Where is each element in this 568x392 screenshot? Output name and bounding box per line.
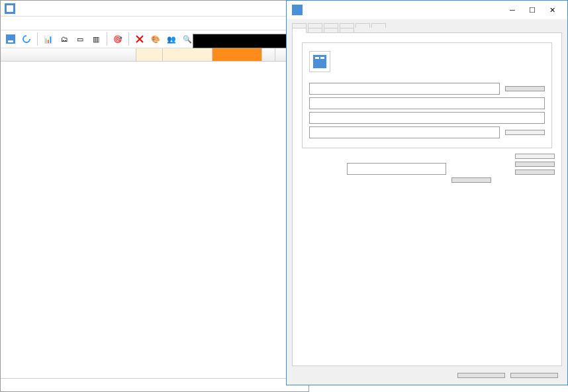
refresh-icon[interactable] xyxy=(19,32,34,46)
svg-rect-6 xyxy=(320,57,324,59)
menu-file[interactable] xyxy=(3,22,14,24)
tab-image[interactable] xyxy=(292,28,307,33)
menu-find[interactable] xyxy=(46,22,56,24)
tree-icon[interactable]: 🗂 xyxy=(57,32,71,46)
col-pid-extra[interactable] xyxy=(262,48,275,61)
submit-button[interactable] xyxy=(451,177,491,183)
menu-view[interactable] xyxy=(24,22,35,24)
minimize-icon[interactable]: ─ xyxy=(502,2,522,18)
kill-process-button[interactable] xyxy=(515,170,555,175)
svg-rect-3 xyxy=(8,40,13,42)
statusbar xyxy=(1,378,308,391)
autostart-field[interactable] xyxy=(309,126,500,138)
main-titlebar xyxy=(1,1,308,17)
dlls-icon[interactable]: ▥ xyxy=(89,32,103,46)
process-explorer-window: 📊 🗂 ▭ ▥ 🎯 🎨 👥 🔍 xyxy=(0,0,309,392)
close-icon[interactable]: ✕ xyxy=(542,2,562,18)
col-process[interactable] xyxy=(1,48,136,61)
dialog-icon xyxy=(292,5,303,15)
commandline-field[interactable] xyxy=(309,97,545,109)
tab-environment[interactable] xyxy=(355,23,370,28)
col-cpu[interactable] xyxy=(136,48,163,61)
executable-icon xyxy=(309,51,330,72)
explore-autostart-button xyxy=(505,130,545,135)
cancel-button[interactable] xyxy=(510,373,558,378)
bring-to-front-button[interactable] xyxy=(515,162,555,167)
menubar xyxy=(1,17,308,30)
tab-performance[interactable] xyxy=(308,28,322,32)
tab-threads[interactable] xyxy=(308,23,322,28)
highlight-icon[interactable]: 🎨 xyxy=(148,32,163,46)
tab-tcpip[interactable] xyxy=(324,23,338,28)
tab-image-content xyxy=(292,32,562,366)
lower-pane-icon[interactable]: ▭ xyxy=(73,32,87,46)
path-field[interactable] xyxy=(309,83,500,95)
menu-process[interactable] xyxy=(35,22,46,24)
tab-security[interactable] xyxy=(340,23,354,28)
svg-rect-5 xyxy=(315,57,319,59)
menu-help[interactable] xyxy=(67,22,77,24)
tab-gpu-graph[interactable] xyxy=(292,23,307,28)
comment-field[interactable] xyxy=(347,163,446,175)
svg-rect-1 xyxy=(7,5,13,12)
menu-users[interactable] xyxy=(56,22,67,24)
col-private-bytes[interactable] xyxy=(163,48,213,61)
menu-options[interactable] xyxy=(14,22,24,24)
explore-path-button[interactable] xyxy=(505,86,545,91)
image-file-group xyxy=(302,42,552,148)
process-tree[interactable] xyxy=(1,62,308,378)
tab-strip xyxy=(287,19,567,32)
kill-process-icon[interactable] xyxy=(132,32,147,46)
ok-button[interactable] xyxy=(457,373,505,378)
tab-strings[interactable] xyxy=(371,23,386,28)
currentdir-field[interactable] xyxy=(309,112,545,124)
tab-disk-network[interactable] xyxy=(340,28,354,32)
dialog-buttons xyxy=(287,366,567,385)
col-working-set[interactable] xyxy=(213,48,262,61)
verify-button xyxy=(515,154,555,159)
users-icon[interactable]: 👥 xyxy=(164,32,179,46)
app-icon xyxy=(5,3,15,14)
properties-dialog: ─ ☐ ✕ xyxy=(286,0,568,385)
find-window-icon[interactable]: 🎯 xyxy=(111,32,125,46)
system-info-icon[interactable]: 📊 xyxy=(41,32,56,46)
maximize-icon[interactable]: ☐ xyxy=(522,2,542,18)
column-headers xyxy=(1,48,308,62)
save-icon[interactable] xyxy=(3,32,18,46)
tab-performance-graph[interactable] xyxy=(324,28,338,32)
dialog-titlebar: ─ ☐ ✕ xyxy=(287,1,567,19)
